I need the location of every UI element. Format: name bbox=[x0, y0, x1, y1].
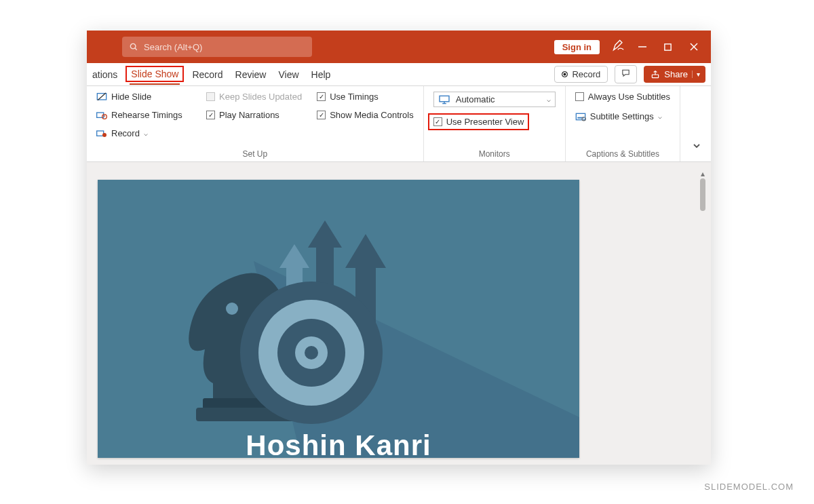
signin-button[interactable]: Sign in bbox=[554, 40, 600, 54]
svg-point-0 bbox=[130, 43, 136, 49]
chevron-down-icon: ⌵ bbox=[547, 96, 551, 103]
svg-line-1 bbox=[135, 48, 137, 50]
use-presenter-view-checkbox[interactable]: Use Presenter View bbox=[433, 117, 556, 127]
monitor-select-value: Automatic bbox=[456, 94, 495, 104]
record-dropdown-button[interactable]: Record ⌵ bbox=[96, 128, 191, 138]
scroll-up-icon: ▴ bbox=[699, 169, 707, 178]
monitor-icon bbox=[438, 95, 450, 104]
group-setup: Hide Slide Rehearse Timings Record ⌵ bbox=[87, 86, 424, 161]
rehearse-timings-button[interactable]: Rehearse Timings bbox=[96, 110, 191, 120]
svg-point-13 bbox=[102, 133, 106, 137]
svg-rect-6 bbox=[653, 75, 659, 78]
group-label-monitors: Monitors bbox=[433, 145, 556, 159]
slide-canvas[interactable]: Hoshin Kanri bbox=[98, 180, 579, 458]
hide-slide-icon bbox=[96, 92, 107, 102]
vertical-scrollbar[interactable]: ▴ bbox=[699, 169, 707, 230]
svg-rect-14 bbox=[440, 96, 449, 101]
play-narrations-checkbox[interactable]: Play Narrations bbox=[206, 110, 302, 120]
ribbon: Hide Slide Rehearse Timings Record ⌵ bbox=[87, 86, 711, 162]
svg-rect-17 bbox=[576, 113, 585, 119]
tabrow-right: Record Share ▾ bbox=[554, 65, 705, 83]
chevron-down-icon: ⌵ bbox=[658, 113, 662, 120]
comment-icon bbox=[621, 69, 631, 78]
svg-point-25 bbox=[226, 303, 238, 315]
tab-partial-animations[interactable]: ations bbox=[92, 69, 117, 80]
tab-view[interactable]: View bbox=[278, 65, 298, 84]
slide-graphic bbox=[98, 180, 579, 458]
search-input[interactable]: Search (Alt+Q) bbox=[122, 37, 312, 57]
group-label-captions: Captions & Subtitles bbox=[575, 145, 670, 159]
monitor-select[interactable]: Automatic ⌵ bbox=[433, 92, 556, 107]
share-button[interactable]: Share ▾ bbox=[644, 66, 705, 83]
record-icon bbox=[96, 129, 107, 138]
chevron-down-icon: ▾ bbox=[692, 71, 700, 78]
checkbox-icon bbox=[575, 92, 584, 101]
title-bar-right: Sign in bbox=[554, 39, 703, 55]
subtitle-icon bbox=[575, 112, 586, 121]
checkbox-icon bbox=[317, 92, 326, 101]
watermark: SLIDEMODEL.COM bbox=[704, 482, 794, 492]
group-monitors: Automatic ⌵ Use Presenter View Monitors bbox=[424, 86, 566, 161]
hide-slide-button[interactable]: Hide Slide bbox=[96, 92, 191, 102]
always-use-subtitles-checkbox[interactable]: Always Use Subtitles bbox=[575, 92, 670, 102]
tab-help[interactable]: Help bbox=[311, 65, 331, 84]
ribbon-tabs: ations Slide Show Record Review View Hel… bbox=[87, 63, 711, 86]
close-button[interactable] bbox=[689, 42, 703, 52]
collapse-ribbon-button[interactable] bbox=[692, 141, 701, 153]
record-button-label: Record bbox=[572, 69, 600, 79]
svg-rect-3 bbox=[665, 43, 671, 50]
tab-review[interactable]: Review bbox=[235, 65, 267, 84]
checkbox-icon bbox=[206, 92, 215, 101]
keep-slides-updated-checkbox: Keep Slides Updated bbox=[206, 92, 302, 102]
checkbox-icon bbox=[433, 117, 442, 126]
subtitle-settings-button[interactable]: Subtitle Settings ⌵ bbox=[575, 111, 670, 121]
slide-workarea: ▴ bbox=[87, 162, 711, 465]
record-dot-icon bbox=[562, 71, 568, 77]
tab-record[interactable]: Record bbox=[192, 65, 222, 84]
search-placeholder: Search (Alt+Q) bbox=[144, 42, 202, 52]
tab-slide-show[interactable]: Slide Show bbox=[130, 64, 180, 85]
svg-line-8 bbox=[98, 93, 106, 100]
search-icon bbox=[129, 42, 138, 52]
checkbox-icon bbox=[317, 111, 326, 119]
group-captions: Always Use Subtitles Subtitle Settings ⌵… bbox=[566, 86, 680, 161]
chevron-down-icon: ⌵ bbox=[144, 130, 148, 137]
scroll-thumb[interactable] bbox=[700, 178, 705, 211]
group-label-setup: Set Up bbox=[96, 145, 414, 159]
share-icon bbox=[651, 70, 660, 79]
pen-icon[interactable] bbox=[612, 39, 625, 55]
record-button[interactable]: Record bbox=[554, 66, 608, 83]
rehearse-icon bbox=[96, 111, 107, 120]
show-media-controls-checkbox[interactable]: Show Media Controls bbox=[317, 110, 414, 120]
slide-title: Hoshin Kanri bbox=[98, 429, 579, 458]
minimize-button[interactable] bbox=[638, 42, 651, 52]
comments-button[interactable] bbox=[615, 65, 637, 83]
title-bar: Search (Alt+Q) Sign in bbox=[87, 31, 711, 63]
use-timings-checkbox[interactable]: Use Timings bbox=[317, 92, 414, 102]
maximize-button[interactable] bbox=[663, 43, 677, 52]
svg-point-32 bbox=[305, 346, 318, 360]
share-button-label: Share bbox=[664, 69, 688, 79]
app-window: Search (Alt+Q) Sign in ations Slide Show… bbox=[87, 31, 711, 465]
checkbox-icon bbox=[206, 111, 215, 119]
